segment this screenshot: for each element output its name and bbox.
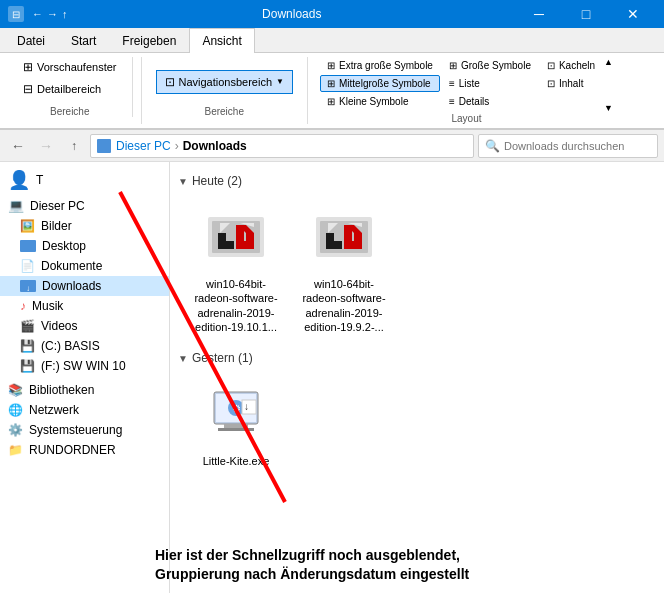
- systemsteuerung-label: Systemsteuerung: [29, 423, 122, 437]
- file-item-amd1[interactable]: win10-64bit-radeon-software-adrenalin-20…: [186, 196, 286, 339]
- address-bar[interactable]: Dieser PC › Downloads: [90, 134, 474, 158]
- bereiche-label: Bereiche: [50, 104, 89, 117]
- tab-datei[interactable]: Datei: [4, 28, 58, 53]
- little-kite-filename: Little-Kite.exe: [203, 454, 270, 468]
- grosse-button[interactable]: ⊞ Große Symbole: [442, 57, 538, 74]
- sidebar-item-downloads[interactable]: ↓ Downloads: [0, 276, 169, 296]
- liste-icon: ≡: [449, 78, 455, 89]
- search-icon: 🔍: [485, 139, 500, 153]
- sidebar-item-videos[interactable]: 🎬 Videos: [0, 316, 169, 336]
- amd1-filename: win10-64bit-radeon-software-adrenalin-20…: [191, 277, 281, 334]
- sidebar-item-c-basis[interactable]: 💾 (C:) BASIS: [0, 336, 169, 356]
- inhalt-icon: ⊡: [547, 78, 555, 89]
- sidebar: 👤 T 💻 Dieser PC 🖼️ Bilder Desktop 📄 Doku…: [0, 162, 170, 593]
- maximize-button[interactable]: □: [563, 0, 609, 28]
- navigationsbereich-button[interactable]: ⊡ Navigationsbereich ▼: [156, 70, 293, 94]
- ribbon-tabs: Datei Start Freigeben Ansicht: [0, 28, 664, 53]
- address-dieser-pc[interactable]: Dieser PC: [116, 139, 171, 153]
- address-path: Dieser PC › Downloads: [97, 139, 247, 153]
- kleine-icon: ⊞: [327, 96, 335, 107]
- address-downloads[interactable]: Downloads: [183, 139, 247, 153]
- group-header-gestern[interactable]: ▼ Gestern (1): [178, 351, 656, 365]
- heute-label: Heute (2): [192, 174, 242, 188]
- title-bar-forward-disabled[interactable]: →: [47, 8, 58, 20]
- f-drive-icon: 💾: [20, 359, 35, 373]
- sidebar-item-f-sw[interactable]: 💾 (F:) SW WIN 10: [0, 356, 169, 376]
- kleine-button[interactable]: ⊞ Kleine Symbole: [320, 93, 440, 110]
- mittelgrosse-icon: ⊞: [327, 78, 335, 89]
- liste-button[interactable]: ≡ Liste: [442, 75, 538, 92]
- title-bar-title: Downloads: [68, 7, 517, 21]
- preview-icon: ⊞: [23, 60, 33, 74]
- gestern-label: Gestern (1): [192, 351, 253, 365]
- window-icon: ⊟: [8, 6, 24, 22]
- bibliotheken-label: Bibliotheken: [29, 383, 94, 397]
- heute-file-grid: win10-64bit-radeon-software-adrenalin-20…: [178, 196, 656, 339]
- sidebar-item-dokumente[interactable]: 📄 Dokumente: [0, 256, 169, 276]
- file-item-amd2[interactable]: win10-64bit-radeon-software-adrenalin-20…: [294, 196, 394, 339]
- search-input[interactable]: [504, 140, 651, 152]
- sidebar-item-dieser-pc[interactable]: 💻 Dieser PC: [0, 195, 169, 216]
- svg-rect-17: [218, 428, 254, 431]
- c-drive-icon: 💾: [20, 339, 35, 353]
- desktop-icon: [20, 240, 36, 252]
- sidebar-item-netzwerk[interactable]: 🌐 Netzwerk: [0, 400, 169, 420]
- sidebar-item-desktop[interactable]: Desktop: [0, 236, 169, 256]
- title-bar-icons: ⊟ ← → ↑: [8, 6, 68, 22]
- svg-text:↓: ↓: [244, 401, 249, 412]
- tab-ansicht[interactable]: Ansicht: [189, 28, 254, 53]
- back-button[interactable]: ←: [6, 134, 30, 158]
- sidebar-item-bilder[interactable]: 🖼️ Bilder: [0, 216, 169, 236]
- close-button[interactable]: ✕: [610, 0, 656, 28]
- grosse-icon: ⊞: [449, 60, 457, 71]
- layout-scroll-up[interactable]: ▲: [604, 57, 613, 67]
- sidebar-item-rundordner[interactable]: 📁 RUNDORDNER: [0, 440, 169, 460]
- nav-dropdown-icon: ▼: [276, 77, 284, 86]
- ribbon-group-layout: ⊞ Extra große Symbole ⊞ Mittelgroße Symb…: [316, 57, 617, 124]
- title-bar: ⊟ ← → ↑ Downloads ─ □ ✕: [0, 0, 664, 28]
- bereiche-buttons: ⊞ Vorschaufenster ⊟ Detailbereich: [16, 57, 124, 104]
- address-folder-icon: [97, 139, 111, 153]
- rundordner-label: RUNDORDNER: [29, 443, 116, 457]
- amd1-icon: [200, 201, 272, 273]
- details-button[interactable]: ≡ Details: [442, 93, 538, 110]
- amd2-icon: [308, 201, 380, 273]
- tab-freigeben[interactable]: Freigeben: [109, 28, 189, 53]
- heute-chevron-icon: ▼: [178, 176, 188, 187]
- ribbon-group-bereiche: ⊞ Vorschaufenster ⊟ Detailbereich Bereic…: [8, 57, 133, 117]
- sidebar-item-musik[interactable]: ♪ Musik: [0, 296, 169, 316]
- up-button[interactable]: ↑: [62, 134, 86, 158]
- mittelgrosse-button[interactable]: ⊞ Mittelgroße Symbole: [320, 75, 440, 92]
- extra-grosse-button[interactable]: ⊞ Extra große Symbole: [320, 57, 440, 74]
- bilder-icon: 🖼️: [20, 219, 35, 233]
- title-bar-controls: ─ □ ✕: [516, 0, 656, 28]
- nav-icon: ⊡: [165, 75, 175, 89]
- sidebar-user[interactable]: 👤 T: [0, 166, 169, 195]
- nav-group-label: Bereiche: [205, 106, 244, 117]
- vorschaufenster-button[interactable]: ⊞ Vorschaufenster: [16, 57, 124, 77]
- kacheln-button[interactable]: ⊡ Kacheln: [540, 57, 602, 74]
- minimize-button[interactable]: ─: [516, 0, 562, 28]
- main-layout: 👤 T 💻 Dieser PC 🖼️ Bilder Desktop 📄 Doku…: [0, 162, 664, 593]
- svg-text:⚙: ⚙: [232, 403, 241, 414]
- f-sw-label: (F:) SW WIN 10: [41, 359, 126, 373]
- title-bar-back[interactable]: ←: [32, 8, 43, 20]
- group-header-heute[interactable]: ▼ Heute (2): [178, 174, 656, 188]
- sidebar-item-bibliotheken[interactable]: 📚 Bibliotheken: [0, 380, 169, 400]
- search-bar[interactable]: 🔍: [478, 134, 658, 158]
- desktop-label: Desktop: [42, 239, 86, 253]
- file-item-little-kite[interactable]: ⚙ ↓ Little-Kite.exe: [186, 373, 286, 473]
- dokumente-label: Dokumente: [41, 259, 102, 273]
- user-label: T: [36, 173, 43, 187]
- forward-button[interactable]: →: [34, 134, 58, 158]
- tab-start[interactable]: Start: [58, 28, 109, 53]
- inhalt-button[interactable]: ⊡ Inhalt: [540, 75, 602, 92]
- dieser-pc-icon: 💻: [8, 198, 24, 213]
- layout-label: Layout: [451, 113, 481, 124]
- gestern-file-grid: ⚙ ↓ Little-Kite.exe: [178, 373, 656, 473]
- sidebar-item-systemsteuerung[interactable]: ⚙️ Systemsteuerung: [0, 420, 169, 440]
- bibliotheken-icon: 📚: [8, 383, 23, 397]
- musik-icon: ♪: [20, 299, 26, 313]
- layout-scroll-down[interactable]: ▼: [604, 103, 613, 113]
- detailbereich-button[interactable]: ⊟ Detailbereich: [16, 79, 124, 99]
